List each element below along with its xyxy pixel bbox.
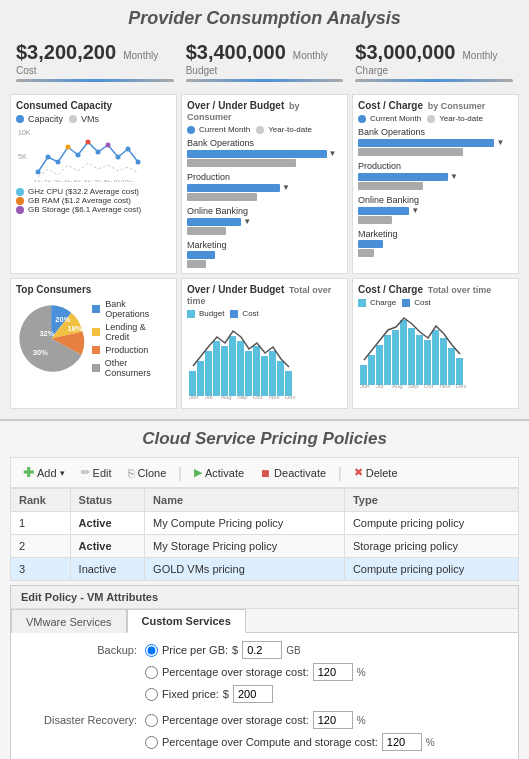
current-month-legend: Current Month [187, 125, 250, 134]
svg-text:30%: 30% [33, 348, 48, 357]
svg-rect-39 [285, 371, 292, 396]
bottom-section: Cloud Service Pricing Policies ✚ Add ▾ ✏… [0, 421, 529, 759]
summary-cost: $3,200,200 Monthly Cost [10, 37, 180, 86]
summary-row: $3,200,200 Monthly Cost $3,400,000 Month… [10, 37, 519, 86]
capacity-dot [16, 115, 24, 123]
name-2: My Storage Pricing policy [145, 535, 345, 558]
pie-legend-other: Other Consumers [92, 358, 171, 378]
activate-button[interactable]: ▶ Activate [190, 464, 248, 481]
svg-rect-53 [408, 328, 415, 385]
backup-label: Backup: [27, 641, 137, 656]
col-name: Name [145, 489, 345, 512]
tab-custom-services[interactable]: Custom Services [127, 609, 246, 633]
activate-icon: ▶ [194, 466, 202, 479]
col-rank: Rank [11, 489, 71, 512]
bottom-title: Cloud Service Pricing Policies [10, 429, 519, 449]
svg-rect-54 [416, 335, 423, 385]
over-under-budget-total-chart: Over / Under Budget Total over time Budg… [181, 278, 348, 409]
backup-fixed-radio[interactable] [145, 688, 158, 701]
over-under-budget-consumer-chart: Over / Under Budget by Consumer Current … [181, 94, 348, 274]
dr-pct-compute-input[interactable] [382, 733, 422, 751]
ghz-legend: GHz CPU ($32.2 Average cost) [16, 187, 171, 196]
charts-row-2: Top Consumers 20% 18% 30% 32% [10, 278, 519, 409]
svg-text:Sep: Sep [408, 383, 419, 389]
svg-point-12 [136, 160, 141, 165]
edit-icon: ✏ [81, 466, 90, 479]
rank-1: 1 [11, 512, 71, 535]
svg-text:7/y: 7/y [94, 179, 102, 182]
svg-point-7 [86, 140, 91, 145]
type-3: Compute pricing policy [344, 558, 518, 581]
pie-svg: 20% 18% 30% 32% [16, 301, 86, 376]
svg-rect-52 [400, 320, 407, 385]
svg-text:10/y: 10/y [122, 179, 133, 182]
cc-ytd-dot [427, 115, 435, 123]
pie-lending-square [92, 328, 100, 336]
col-status: Status [70, 489, 145, 512]
dr-pct-storage-unit: % [357, 715, 366, 726]
svg-rect-29 [205, 351, 212, 396]
svg-text:Nov: Nov [440, 383, 451, 389]
svg-rect-59 [456, 358, 463, 385]
rank-3: 3 [11, 558, 71, 581]
backup-pct-storage-radio[interactable] [145, 666, 158, 679]
dr-pct-compute-radio[interactable] [145, 736, 158, 749]
top-consumers-chart: Top Consumers 20% 18% 30% 32% [10, 278, 177, 409]
charge-square [358, 299, 366, 307]
svg-rect-47 [360, 365, 367, 385]
cc-total-svg: Jun Jul Aug Sep Oct Nov Dec [358, 310, 513, 390]
delete-icon: ✖ [354, 466, 363, 479]
table-row[interactable]: 1 Active My Compute Pricing policy Compu… [11, 512, 519, 535]
delete-button[interactable]: ✖ Delete [350, 464, 402, 481]
consumed-capacity-title: Consumed Capacity [16, 100, 171, 111]
dr-label: Disaster Recovery: [27, 711, 137, 726]
svg-rect-50 [384, 335, 391, 385]
backup-pct-storage-unit: % [357, 667, 366, 678]
svg-text:Aug: Aug [221, 394, 232, 400]
svg-rect-37 [269, 351, 276, 396]
bar-bank-ops: Bank Operations ▼ [187, 138, 342, 167]
clone-button[interactable]: ⎘ Clone [124, 465, 171, 481]
cost-amount: $3,200,200 [16, 41, 116, 63]
svg-rect-36 [261, 356, 268, 396]
backup-pct-storage-input[interactable] [313, 663, 353, 681]
cc-bar-marketing: Marketing [358, 229, 513, 257]
edit-button[interactable]: ✏ Edit [77, 464, 116, 481]
svg-rect-34 [245, 351, 252, 396]
svg-rect-57 [440, 338, 447, 385]
svg-rect-55 [424, 340, 431, 385]
svg-rect-31 [221, 346, 228, 396]
dr-pct-storage-input[interactable] [313, 711, 353, 729]
pie-production-square [92, 346, 100, 354]
type-1: Compute pricing policy [344, 512, 518, 535]
svg-rect-49 [376, 345, 383, 385]
svg-rect-58 [448, 348, 455, 385]
svg-text:1/y: 1/y [34, 179, 42, 182]
backup-price-input[interactable] [242, 641, 282, 659]
svg-rect-38 [277, 361, 284, 396]
dr-pct-storage-radio[interactable] [145, 714, 158, 727]
svg-text:20%: 20% [55, 315, 70, 324]
svg-text:Oct: Oct [424, 383, 434, 389]
table-row[interactable]: 2 Active My Storage Pricing policy Stora… [11, 535, 519, 558]
backup-price-radio[interactable] [145, 644, 158, 657]
backup-fixed-input[interactable] [233, 685, 273, 703]
cc-consumer-legend: Current Month Year-to-date [358, 114, 513, 123]
table-row[interactable]: 3 Inactive GOLD VMs pricing Compute pric… [11, 558, 519, 581]
cost-legend-oub: Cost [230, 309, 258, 318]
consumed-capacity-svg: 10K 5K 1/y 2/y [16, 127, 171, 182]
svg-point-2 [36, 170, 41, 175]
dr-pct-storage: Percentage over storage cost: % [145, 711, 435, 729]
rank-2: 2 [11, 535, 71, 558]
backup-fixed-price: Fixed price: $ [145, 685, 366, 703]
cost-charge-consumer-chart: Cost / Charge by Consumer Current Month … [352, 94, 519, 274]
svg-text:8/y: 8/y [104, 179, 112, 182]
backup-row: Backup: Price per GB: $ GB Percentage ov… [27, 641, 502, 703]
svg-text:Oct: Oct [253, 394, 263, 400]
tab-vmware-services[interactable]: VMware Services [11, 609, 127, 633]
policy-toolbar: ✚ Add ▾ ✏ Edit ⎘ Clone | ▶ Activate ⏹ De… [10, 457, 519, 488]
add-button[interactable]: ✚ Add ▾ [19, 463, 69, 482]
cc-bar-online-banking: Online Banking ▼ [358, 195, 513, 224]
svg-text:Jul: Jul [205, 394, 213, 400]
deactivate-button[interactable]: ⏹ Deactivate [256, 465, 330, 481]
